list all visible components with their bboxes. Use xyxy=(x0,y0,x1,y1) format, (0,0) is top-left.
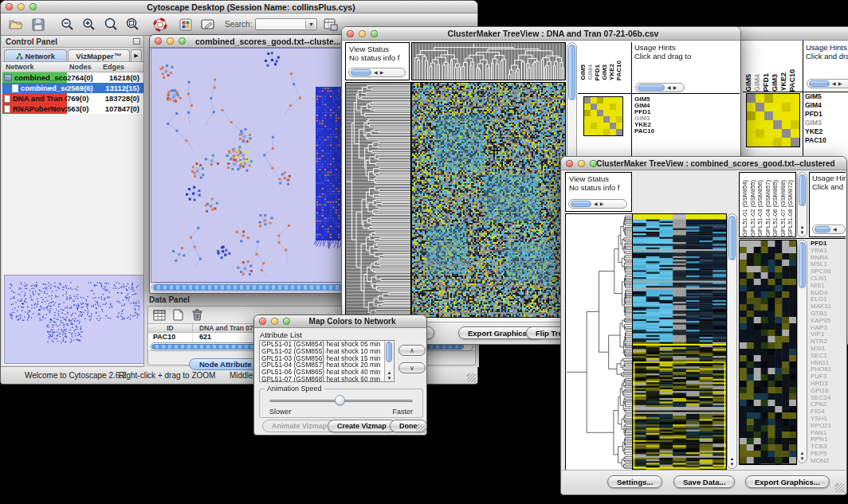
detail-heatmap-canvas[interactable] xyxy=(747,94,799,147)
col-edges[interactable]: Edges xyxy=(103,63,124,71)
treeview1-titlebar[interactable]: ClusterMaker TreeView : DNA and Tran 07-… xyxy=(342,27,740,41)
zoom-heatmap-canvas[interactable] xyxy=(740,240,796,464)
vizmapper-icon[interactable] xyxy=(177,16,194,33)
scroll-thumb[interactable] xyxy=(728,216,736,260)
zoom-fit-icon[interactable] xyxy=(123,16,140,33)
dialog-titlebar[interactable]: Map Colors to Network xyxy=(254,315,426,328)
treeview2-row-dendrogram[interactable] xyxy=(565,213,633,471)
close-button[interactable] xyxy=(259,318,266,325)
treeview1-row-dendrogram[interactable] xyxy=(345,82,411,318)
tabs-overflow-button[interactable]: ▶ xyxy=(131,49,142,61)
usage-hints-hscrollbar[interactable]: ◀ xyxy=(812,225,846,234)
treeview2-titlebar[interactable]: ClusterMaker TreeView : combined_scores_… xyxy=(561,157,846,170)
scroll-thumb[interactable] xyxy=(799,174,806,206)
resize-grip[interactable] xyxy=(416,424,425,433)
view-status-hscrollbar[interactable]: ◀ ▶ xyxy=(348,68,406,77)
usage-hints-hscrollbar[interactable]: ◀ ▶ xyxy=(807,79,848,88)
scroll-thumb[interactable] xyxy=(386,342,392,362)
float-panel-icon[interactable] xyxy=(133,38,140,45)
view-status-hscrollbar[interactable]: ◀ ▶ xyxy=(568,199,627,209)
col-nodes[interactable]: Nodes xyxy=(69,63,92,71)
col-id[interactable]: ID xyxy=(148,324,193,332)
treeview1-column-dendrogram[interactable] xyxy=(411,42,566,80)
scroll-thumb[interactable] xyxy=(799,242,806,288)
close-button[interactable] xyxy=(566,160,573,167)
col-network[interactable]: Network xyxy=(6,63,34,71)
minimize-button[interactable] xyxy=(271,318,278,325)
search-input[interactable]: ▼ xyxy=(255,18,317,30)
resize-grip[interactable] xyxy=(835,483,844,492)
treeview0-detail-heatmap[interactable] xyxy=(746,93,800,147)
settings-button[interactable]: Settings... xyxy=(607,475,662,488)
treeview2-heatmap[interactable] xyxy=(632,213,727,471)
tab-vizmapper[interactable]: VizMapper™ xyxy=(68,49,131,61)
attribute-item[interactable]: GPL51-07 (GSM868) heat shock 60 min xyxy=(260,376,394,382)
scroll-thumb[interactable] xyxy=(638,84,665,91)
export-graphics-button[interactable]: Export Graphics... xyxy=(745,475,830,488)
network-row[interactable]: RNAPuberNov2+ 563(0) 107847(0) xyxy=(2,104,143,114)
scroll-thumb[interactable] xyxy=(351,69,371,76)
network-row[interactable]: combined_sco 2569(6) 13112(15) xyxy=(2,83,143,93)
scroll-left-icon[interactable]: ◀ xyxy=(833,227,837,232)
zoom-vscrollbar[interactable]: ▲▼ xyxy=(797,240,807,463)
help-lifebuoy-icon[interactable] xyxy=(151,16,169,33)
scroll-right-icon[interactable]: ▶ xyxy=(838,81,842,86)
attribute-table-icon[interactable] xyxy=(152,308,166,322)
network-row[interactable]: combined_scores 2764(0) 16218(0) xyxy=(2,72,143,83)
treeview1-heatmap[interactable] xyxy=(411,82,566,318)
close-button[interactable] xyxy=(6,3,13,10)
column-labels-vscrollbar[interactable]: ▲▼ xyxy=(797,172,807,237)
close-button[interactable] xyxy=(347,30,354,37)
attribute-list-vscrollbar[interactable]: ▲▼ xyxy=(384,341,394,381)
heatmap-canvas[interactable] xyxy=(412,83,565,317)
scroll-thumb[interactable] xyxy=(571,201,591,207)
move-up-button[interactable]: ∧ xyxy=(398,345,426,356)
scroll-thumb[interactable] xyxy=(815,226,830,232)
scroll-thumb[interactable] xyxy=(568,45,575,100)
speed-slider-thumb[interactable] xyxy=(335,395,345,405)
birds-eye-canvas[interactable] xyxy=(5,275,143,363)
tab-network[interactable]: Network xyxy=(4,49,67,61)
create-vizmap-button[interactable]: Create Vizmap xyxy=(328,420,396,432)
close-button[interactable] xyxy=(155,37,162,45)
row-dendrogram-canvas[interactable] xyxy=(566,214,632,470)
combo-arrow-icon[interactable]: ▼ xyxy=(305,20,316,29)
move-down-button[interactable]: ∨ xyxy=(398,362,426,373)
table-import-icon[interactable] xyxy=(322,16,340,33)
treeview2-zoom-heatmap[interactable] xyxy=(739,240,797,465)
scroll-left-icon[interactable]: ◀ xyxy=(667,85,671,90)
scroll-arrows[interactable]: ▲▼ xyxy=(798,451,807,462)
main-titlebar[interactable]: Cytoscape Desktop (Session Name: collins… xyxy=(1,1,477,14)
annotation-icon[interactable] xyxy=(199,16,217,33)
minimize-button[interactable] xyxy=(359,30,366,37)
animate-vizmap-button[interactable]: Animate Vizmap xyxy=(262,420,336,432)
scroll-right-icon[interactable]: ▶ xyxy=(380,70,384,75)
treeview1-detail-heatmap[interactable] xyxy=(583,96,623,136)
scroll-left-icon[interactable]: ◀ xyxy=(594,201,598,206)
detail-heatmap-canvas[interactable] xyxy=(584,97,622,135)
scroll-left-icon[interactable]: ◀ xyxy=(374,70,378,75)
scroll-right-icon[interactable]: ▶ xyxy=(600,201,604,206)
heatmap-canvas[interactable] xyxy=(633,214,726,470)
minimize-button[interactable] xyxy=(578,160,585,167)
open-folder-icon[interactable] xyxy=(7,16,25,33)
usage-hints-hscrollbar[interactable]: ◀ ▶ xyxy=(635,83,685,92)
scroll-thumb[interactable] xyxy=(809,80,830,87)
scroll-left-icon[interactable]: ◀ xyxy=(832,81,836,86)
birds-eye-view[interactable] xyxy=(4,275,144,364)
treeview2-vscrollbar[interactable]: ▲▼ xyxy=(727,213,737,469)
minimize-button[interactable] xyxy=(18,3,25,10)
column-dendrogram-canvas[interactable] xyxy=(412,43,565,80)
row-dendrogram-canvas[interactable] xyxy=(346,83,410,317)
resize-grip[interactable] xyxy=(467,373,476,382)
zoom-button[interactable] xyxy=(179,37,186,45)
scroll-arrows[interactable]: ▲▼ xyxy=(385,370,394,381)
scroll-arrows[interactable]: ▲▼ xyxy=(728,456,736,467)
zoom-out-icon[interactable] xyxy=(58,16,76,33)
attribute-list[interactable]: GPL51-01 (GSM854) heat shock 05 minGPL51… xyxy=(259,340,395,382)
delete-attribute-icon[interactable] xyxy=(190,308,204,322)
scroll-arrows[interactable]: ▲▼ xyxy=(798,225,807,236)
save-icon[interactable] xyxy=(29,16,47,33)
zoom-in-icon[interactable] xyxy=(80,16,97,33)
save-data-button[interactable]: Save Data... xyxy=(673,475,735,488)
